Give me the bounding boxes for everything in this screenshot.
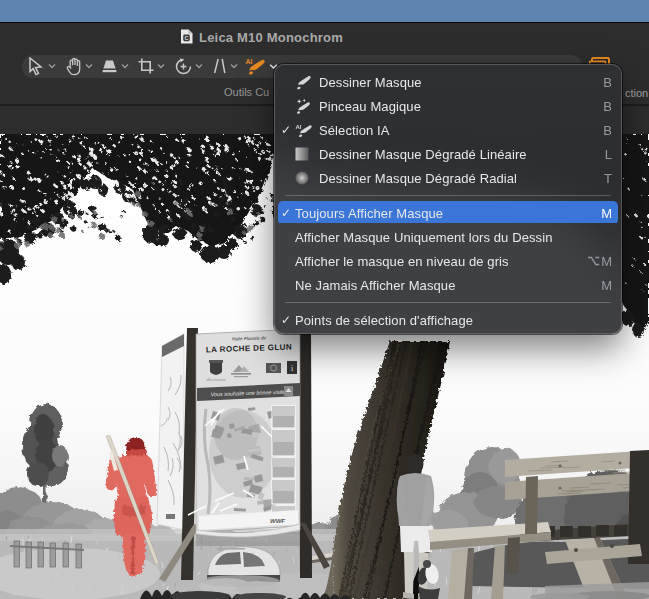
svg-text:C: C — [185, 35, 189, 41]
svg-text:AI: AI — [296, 123, 302, 129]
svg-text:WWF: WWF — [270, 518, 285, 524]
svg-text:AI: AI — [246, 58, 253, 65]
svg-text:office tourisme: office tourisme — [206, 378, 226, 382]
